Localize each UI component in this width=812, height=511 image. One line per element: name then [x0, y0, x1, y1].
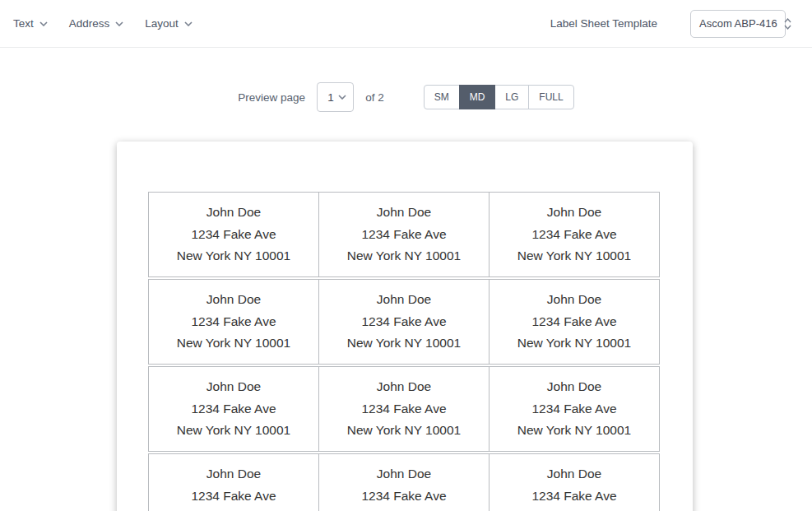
address-label-cell: John Doe1234 Fake AveNew York NY 10001 [148, 279, 319, 365]
menu-address[interactable]: Address [69, 17, 124, 30]
menu-layout[interactable]: Layout [145, 17, 193, 30]
label-row: John Doe1234 Fake AveNew York NY 10001Jo… [148, 453, 660, 511]
label-line-name: John Doe [377, 376, 431, 398]
size-button-sm[interactable]: SM [424, 85, 460, 109]
menu-address-label: Address [69, 17, 110, 30]
label-line-name: John Doe [377, 289, 431, 311]
label-sheet-preview: John Doe1234 Fake AveNew York NY 10001Jo… [117, 142, 693, 511]
menu-text-label: Text [13, 17, 34, 30]
label-line-street: 1234 Fake Ave [191, 311, 276, 333]
address-label-cell: John Doe1234 Fake AveNew York NY 10001 [489, 366, 660, 452]
address-label-cell: John Doe1234 Fake AveNew York NY 10001 [148, 453, 319, 511]
label-line-street: 1234 Fake Ave [361, 398, 446, 420]
label-line-street: 1234 Fake Ave [361, 311, 446, 333]
label-line-city: New York NY 10001 [347, 420, 461, 442]
preview-controls: Preview page 1 of 2 SM MD LG FULL [0, 82, 812, 112]
label-line-city: New York NY 10001 [347, 507, 461, 511]
label-line-name: John Doe [547, 202, 601, 224]
label-line-city: New York NY 10001 [177, 507, 290, 511]
label-line-street: 1234 Fake Ave [191, 398, 276, 420]
address-label-cell: John Doe1234 Fake AveNew York NY 10001 [318, 279, 490, 365]
label-line-street: 1234 Fake Ave [191, 485, 276, 508]
address-label-cell: John Doe1234 Fake AveNew York NY 10001 [489, 453, 660, 511]
preview-page-value: 1 [327, 91, 334, 104]
page-total-label: of 2 [365, 91, 384, 104]
address-label-cell: John Doe1234 Fake AveNew York NY 10001 [489, 279, 660, 365]
address-label-cell: John Doe1234 Fake AveNew York NY 10001 [318, 453, 490, 511]
label-line-city: New York NY 10001 [177, 245, 290, 267]
menu-layout-label: Layout [145, 17, 179, 30]
label-line-name: John Doe [377, 463, 431, 485]
label-row: John Doe1234 Fake AveNew York NY 10001Jo… [148, 366, 660, 452]
page-group: Preview page 1 of 2 [238, 82, 383, 112]
address-label-cell: John Doe1234 Fake AveNew York NY 10001 [148, 192, 319, 277]
address-label-cell: John Doe1234 Fake AveNew York NY 10001 [489, 192, 660, 277]
preview-page-label: Preview page [238, 91, 305, 104]
label-row: John Doe1234 Fake AveNew York NY 10001Jo… [148, 279, 660, 365]
label-line-street: 1234 Fake Ave [361, 485, 446, 508]
label-line-name: John Doe [206, 376, 261, 398]
label-line-name: John Doe [206, 463, 261, 485]
label-line-city: New York NY 10001 [177, 332, 290, 355]
label-line-city: New York NY 10001 [177, 420, 290, 442]
label-line-street: 1234 Fake Ave [531, 224, 616, 246]
chevron-down-icon [184, 21, 193, 26]
label-line-city: New York NY 10001 [347, 245, 461, 267]
toolbar-menus: Text Address Layout [13, 17, 193, 30]
label-line-name: John Doe [206, 289, 261, 311]
menu-text[interactable]: Text [13, 17, 48, 30]
chevron-down-icon [39, 21, 48, 26]
label-line-name: John Doe [547, 376, 601, 398]
label-line-street: 1234 Fake Ave [531, 485, 616, 508]
label-line-name: John Doe [547, 289, 601, 311]
template-label: Label Sheet Template [550, 17, 657, 30]
label-line-street: 1234 Fake Ave [531, 398, 616, 420]
template-select[interactable]: Ascom ABP-416 [690, 10, 786, 38]
label-line-city: New York NY 10001 [517, 332, 631, 355]
chevron-down-icon [115, 21, 123, 26]
size-button-group: SM MD LG FULL [424, 85, 574, 109]
label-line-city: New York NY 10001 [347, 332, 461, 355]
label-line-name: John Doe [547, 463, 601, 485]
label-grid: John Doe1234 Fake AveNew York NY 10001Jo… [148, 192, 660, 511]
address-label-cell: John Doe1234 Fake AveNew York NY 10001 [318, 192, 490, 277]
chevron-up-down-icon [784, 18, 791, 30]
preview-page-select[interactable]: 1 [317, 82, 354, 112]
label-line-street: 1234 Fake Ave [361, 224, 446, 246]
label-row: John Doe1234 Fake AveNew York NY 10001Jo… [148, 192, 660, 277]
address-label-cell: John Doe1234 Fake AveNew York NY 10001 [318, 366, 490, 452]
label-line-street: 1234 Fake Ave [191, 224, 276, 246]
label-line-street: 1234 Fake Ave [531, 311, 616, 333]
size-button-lg[interactable]: LG [494, 85, 529, 109]
label-line-name: John Doe [206, 202, 261, 224]
size-button-full[interactable]: FULL [528, 85, 573, 109]
size-button-md[interactable]: MD [459, 85, 496, 109]
label-line-city: New York NY 10001 [517, 507, 631, 511]
address-label-cell: John Doe1234 Fake AveNew York NY 10001 [148, 366, 319, 452]
label-line-name: John Doe [377, 202, 431, 224]
toolbar: Text Address Layout Label Sheet Template… [0, 0, 812, 48]
chevron-down-icon [338, 95, 346, 100]
template-group: Label Sheet Template Ascom ABP-416 [550, 10, 786, 38]
label-line-city: New York NY 10001 [517, 245, 631, 267]
template-select-value: Ascom ABP-416 [699, 17, 777, 30]
label-line-city: New York NY 10001 [517, 420, 631, 442]
